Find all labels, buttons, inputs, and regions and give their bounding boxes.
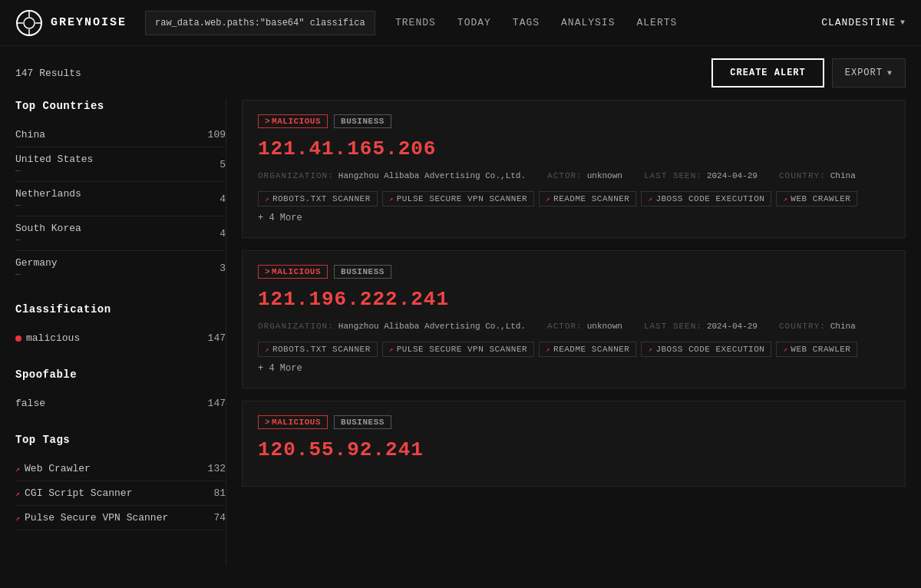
- tag-arrow-icon: ↗: [15, 489, 20, 498]
- ip-meta-lastseen-1: LAST SEEN: 2024-04-29: [644, 322, 758, 331]
- ip-tag-1-3[interactable]: ↗ JBOSS CODE EXECUTION: [641, 342, 771, 357]
- nav-analysis[interactable]: ANALYSIS: [561, 17, 615, 28]
- country-name-germany: Germany: [15, 257, 58, 269]
- country-name-us: United States: [15, 154, 93, 165]
- top-bar: 147 Results CREATE ALERT EXPORT ▼: [0, 46, 921, 100]
- search-input[interactable]: [145, 11, 375, 35]
- ip-tag-1-0[interactable]: ↗ ROBOTS.TXT SCANNER: [258, 342, 378, 357]
- actor-value-0: unknown: [587, 171, 622, 180]
- tag-row-webcrawler[interactable]: ↗ Web Crawler 132: [15, 457, 226, 481]
- ip-address-2[interactable]: 120.55.92.241: [258, 438, 890, 461]
- lastseen-value-0: 2024-04-29: [707, 171, 758, 180]
- svg-point-1: [24, 18, 35, 28]
- tag-arrow-icon: ↗: [389, 195, 394, 203]
- tag-label-0-0: ROBOTS.TXT SCANNER: [272, 194, 371, 203]
- tag-count-cgiscript: 81: [213, 487, 226, 499]
- results-actions: CREATE ALERT EXPORT ▼: [711, 58, 906, 88]
- badge-malicious-1: >MALICIOUS: [258, 265, 328, 279]
- ip-card-1: >MALICIOUS BUSINESS 121.196.222.241 ORGA…: [242, 250, 906, 388]
- org-value-0: Hangzhou Alibaba Advertising Co.,Ltd.: [338, 171, 526, 180]
- arrow-icon: >: [265, 117, 270, 126]
- ip-tag-0-0[interactable]: ↗ ROBOTS.TXT SCANNER: [258, 191, 378, 206]
- tag-arrow-icon: ↗: [783, 345, 787, 354]
- export-label: EXPORT: [845, 68, 883, 78]
- ip-meta-0: ORGANIZATION: Hangzhou Alibaba Advertisi…: [258, 171, 890, 180]
- header: GREYNOISE TRENDS TODAY TAGS ANALYSIS ALE…: [0, 0, 921, 46]
- sidebar-countries-section: Top Countries China 109 United States — …: [15, 100, 226, 285]
- tag-name-cgiscript: CGI Script Scanner: [25, 487, 132, 499]
- ip-tag-1-1[interactable]: ↗ PULSE SECURE VPN SCANNER: [382, 342, 534, 357]
- create-alert-button[interactable]: CREATE ALERT: [711, 58, 824, 88]
- ip-meta-org-1: ORGANIZATION: Hangzhou Alibaba Advertisi…: [258, 322, 526, 331]
- tag-arrow-icon: ↗: [648, 345, 652, 354]
- ip-tag-0-1[interactable]: ↗ PULSE SECURE VPN SCANNER: [382, 191, 534, 206]
- tag-label-0-3: JBOSS CODE EXECUTION: [655, 194, 764, 203]
- ip-card-top-2: >MALICIOUS BUSINESS: [258, 415, 890, 429]
- country-dash-us: —: [15, 167, 93, 175]
- actor-label-0: ACTOR:: [547, 171, 583, 180]
- ip-tag-1-4[interactable]: ↗ WEB CRAWLER: [776, 342, 857, 357]
- country-count-us: 5: [220, 159, 226, 170]
- nav-tags[interactable]: TAGS: [513, 17, 540, 28]
- tag-left: ↗ Pulse Secure VPN Scanner: [15, 512, 168, 524]
- nav-trends[interactable]: TRENDS: [395, 17, 436, 28]
- ip-card-top-1: >MALICIOUS BUSINESS: [258, 265, 890, 279]
- country-value-1: China: [830, 322, 856, 331]
- logo-text: GREYNOISE: [51, 16, 127, 29]
- classification-count: 147: [208, 332, 226, 344]
- ip-tag-0-2[interactable]: ↗ README SCANNER: [539, 191, 636, 206]
- country-row-southkorea[interactable]: South Korea — 4: [15, 216, 226, 251]
- tag-label-1-1: PULSE SECURE VPN SCANNER: [397, 345, 527, 354]
- org-label-1: ORGANIZATION:: [258, 322, 334, 331]
- tag-label-1-0: ROBOTS.TXT SCANNER: [272, 345, 371, 354]
- user-name: CLANDESTINE: [821, 17, 896, 28]
- user-menu[interactable]: CLANDESTINE ▼: [821, 17, 906, 28]
- nav-today[interactable]: TODAY: [457, 17, 491, 28]
- tag-left: ↗ Web Crawler: [15, 463, 91, 474]
- malicious-dot-icon: [15, 335, 21, 342]
- ip-meta-actor-1: ACTOR: unknown: [547, 322, 622, 331]
- lastseen-value-1: 2024-04-29: [707, 322, 758, 331]
- ip-meta-org-0: ORGANIZATION: Hangzhou Alibaba Advertisi…: [258, 171, 526, 180]
- export-button[interactable]: EXPORT ▼: [832, 58, 906, 88]
- ip-address-0[interactable]: 121.41.165.206: [258, 137, 890, 160]
- org-label-0: ORGANIZATION:: [258, 171, 334, 180]
- tag-arrow-icon: ↗: [648, 195, 652, 203]
- classification-label: malicious: [15, 332, 80, 344]
- badge-malicious-2: >MALICIOUS: [258, 415, 328, 429]
- country-row-netherlands[interactable]: Netherlands — 4: [15, 182, 226, 216]
- sidebar-spoofable-section: Spoofable false 147: [15, 368, 226, 415]
- results-count: 147 Results: [15, 68, 81, 79]
- country-label-0: COUNTRY:: [779, 171, 826, 180]
- tag-row-pulsesecure[interactable]: ↗ Pulse Secure VPN Scanner 74: [15, 506, 226, 530]
- tag-label-1-2: README SCANNER: [553, 345, 629, 354]
- results-text: Results: [39, 68, 81, 79]
- countries-title: Top Countries: [15, 100, 226, 112]
- ip-tag-1-2[interactable]: ↗ README SCANNER: [539, 342, 636, 357]
- spoofable-row-false[interactable]: false 147: [15, 391, 226, 415]
- country-row-china[interactable]: China 109: [15, 123, 226, 147]
- tag-arrow-icon: ↗: [783, 195, 787, 203]
- arrow-icon: >: [265, 267, 270, 276]
- tag-row-cgiscript[interactable]: ↗ CGI Script Scanner 81: [15, 481, 226, 506]
- ip-tag-0-3[interactable]: ↗ JBOSS CODE EXECUTION: [641, 191, 771, 206]
- country-row-germany[interactable]: Germany — 3: [15, 251, 226, 285]
- more-link-1[interactable]: + 4 More: [258, 363, 890, 374]
- country-name-china: China: [15, 129, 45, 140]
- actor-value-1: unknown: [587, 322, 622, 331]
- main-container: Top Countries China 109 United States — …: [0, 100, 921, 564]
- arrow-icon: >: [265, 418, 270, 427]
- nav-alerts[interactable]: ALERTS: [636, 17, 677, 28]
- spoofable-count: 147: [208, 398, 226, 409]
- ip-address-1[interactable]: 121.196.222.241: [258, 288, 890, 311]
- spoofable-name: false: [15, 398, 45, 409]
- ip-meta-country-0: COUNTRY: China: [779, 171, 856, 180]
- sidebar-classification-section: Classification malicious 147: [15, 303, 226, 350]
- ip-tag-0-4[interactable]: ↗ WEB CRAWLER: [776, 191, 857, 206]
- country-row-us[interactable]: United States — 5: [15, 147, 226, 182]
- classification-title: Classification: [15, 303, 226, 315]
- ip-card-0: >MALICIOUS BUSINESS 121.41.165.206 ORGAN…: [242, 100, 906, 238]
- classification-row-malicious[interactable]: malicious 147: [15, 326, 226, 350]
- tag-label-0-1: PULSE SECURE VPN SCANNER: [397, 194, 527, 203]
- more-link-0[interactable]: + 4 More: [258, 213, 890, 223]
